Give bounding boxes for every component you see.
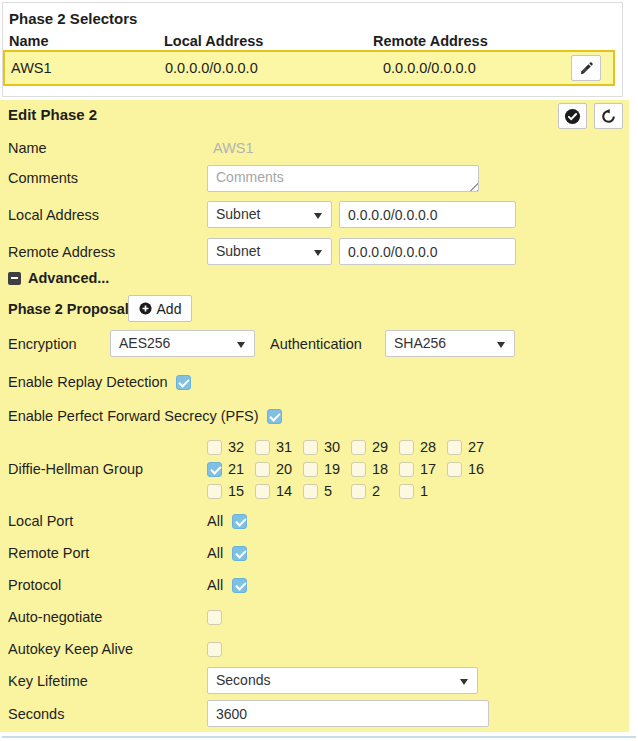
seconds-label: Seconds bbox=[8, 706, 64, 722]
autokey-keep-alive-label: Autokey Keep Alive bbox=[8, 641, 133, 657]
local-address-type-value: Subnet bbox=[216, 206, 260, 222]
edit-panel-title: Edit Phase 2 bbox=[8, 106, 97, 123]
auto-negotiate-checkbox[interactable] bbox=[207, 610, 222, 625]
proposal-label: Phase 2 Proposal bbox=[8, 301, 129, 317]
section-divider bbox=[2, 736, 636, 738]
dh-18-label: 18 bbox=[372, 461, 388, 477]
authentication-label: Authentication bbox=[270, 336, 362, 352]
dh-17-checkbox[interactable] bbox=[399, 462, 414, 477]
remote-port-all-checkbox[interactable] bbox=[232, 546, 247, 561]
dh-27-checkbox[interactable] bbox=[447, 440, 462, 455]
local-address-label: Local Address bbox=[8, 207, 99, 223]
dh-2-label: 2 bbox=[372, 483, 380, 499]
replay-detection-label: Enable Replay Detection bbox=[8, 374, 168, 390]
dh-5-checkbox[interactable] bbox=[303, 484, 318, 499]
pfs-row: Enable Perfect Forward Secrecy (PFS) bbox=[0, 402, 629, 430]
dh-21-checkbox[interactable] bbox=[207, 462, 222, 477]
phase2-selectors-panel: Phase 2 Selectors Name Local Address Rem… bbox=[2, 2, 623, 97]
row-local-address-cell: 0.0.0.0/0.0.0.0 bbox=[165, 52, 258, 84]
protocol-row: Protocol All bbox=[0, 571, 629, 599]
dh-16-checkbox[interactable] bbox=[447, 462, 462, 477]
autokey-keep-alive-checkbox[interactable] bbox=[207, 642, 222, 657]
local-address-row: Local Address Subnet bbox=[0, 201, 629, 229]
remote-address-type-value: Subnet bbox=[216, 243, 260, 259]
dh-group-row: Diffie-Hellman Group 32 31 30 29 28 27 2… bbox=[0, 434, 629, 504]
comments-input[interactable] bbox=[207, 165, 479, 192]
dh-1-checkbox[interactable] bbox=[399, 484, 414, 499]
dh-20-checkbox[interactable] bbox=[255, 462, 270, 477]
local-port-all-label: All bbox=[207, 513, 223, 529]
edit-row-button[interactable] bbox=[571, 55, 601, 81]
key-lifetime-select[interactable]: Seconds bbox=[207, 667, 478, 694]
minus-square-icon bbox=[8, 272, 21, 285]
key-lifetime-row: Key Lifetime Seconds bbox=[0, 667, 629, 695]
dh-group-grid: 32 31 30 29 28 27 21 20 19 18 17 16 15 bbox=[207, 436, 495, 502]
remote-port-row: Remote Port All bbox=[0, 539, 629, 567]
encryption-select[interactable]: AES256 bbox=[110, 330, 255, 357]
dh-31-label: 31 bbox=[276, 439, 292, 455]
name-row: Name AWS1 bbox=[0, 134, 629, 162]
auto-negotiate-label: Auto-negotiate bbox=[8, 609, 102, 625]
revert-button[interactable] bbox=[594, 103, 623, 129]
dh-14-label: 14 bbox=[276, 483, 292, 499]
column-header-remote-address: Remote Address bbox=[373, 33, 488, 49]
dh-28-checkbox[interactable] bbox=[399, 440, 414, 455]
dh-15-label: 15 bbox=[228, 483, 244, 499]
dh-1-label: 1 bbox=[420, 483, 428, 499]
chevron-down-icon bbox=[460, 679, 468, 685]
local-address-type-select[interactable]: Subnet bbox=[207, 201, 332, 228]
add-proposal-button[interactable]: Add bbox=[128, 295, 192, 322]
remote-port-label: Remote Port bbox=[8, 545, 89, 561]
seconds-row: Seconds bbox=[0, 700, 629, 728]
dh-19-checkbox[interactable] bbox=[303, 462, 318, 477]
column-header-name: Name bbox=[9, 33, 49, 49]
confirm-button[interactable] bbox=[558, 103, 587, 129]
dh-16-label: 16 bbox=[468, 461, 484, 477]
dh-30-label: 30 bbox=[324, 439, 340, 455]
dh-30-checkbox[interactable] bbox=[303, 440, 318, 455]
auto-negotiate-row: Auto-negotiate bbox=[0, 603, 629, 631]
authentication-value: SHA256 bbox=[394, 335, 446, 351]
pfs-checkbox[interactable] bbox=[267, 409, 282, 424]
chevron-down-icon bbox=[237, 342, 245, 348]
dh-31-checkbox[interactable] bbox=[255, 440, 270, 455]
dh-29-checkbox[interactable] bbox=[351, 440, 366, 455]
protocol-all-label: All bbox=[207, 577, 223, 593]
encryption-value: AES256 bbox=[119, 335, 170, 351]
local-port-all-checkbox[interactable] bbox=[232, 514, 247, 529]
ipsec-phase2-screen: Phase 2 Selectors Name Local Address Rem… bbox=[0, 0, 638, 741]
dh-21-label: 21 bbox=[228, 461, 244, 477]
replay-detection-checkbox[interactable] bbox=[176, 375, 191, 390]
row-remote-address-cell: 0.0.0.0/0.0.0.0 bbox=[383, 52, 476, 84]
dh-29-label: 29 bbox=[372, 439, 388, 455]
advanced-row: Advanced... bbox=[0, 266, 629, 290]
advanced-toggle[interactable]: Advanced... bbox=[0, 266, 629, 290]
protocol-label: Protocol bbox=[8, 577, 61, 593]
remote-address-type-select[interactable]: Subnet bbox=[207, 238, 332, 265]
column-header-local-address: Local Address bbox=[164, 33, 263, 49]
check-circle-icon bbox=[564, 108, 581, 125]
remote-address-input[interactable] bbox=[339, 238, 516, 265]
dh-28-label: 28 bbox=[420, 439, 436, 455]
local-address-input[interactable] bbox=[339, 201, 516, 228]
dh-14-checkbox[interactable] bbox=[255, 484, 270, 499]
dh-2-checkbox[interactable] bbox=[351, 484, 366, 499]
dh-27-label: 27 bbox=[468, 439, 484, 455]
key-lifetime-label: Key Lifetime bbox=[8, 673, 88, 689]
dh-32-checkbox[interactable] bbox=[207, 440, 222, 455]
dh-5-label: 5 bbox=[324, 483, 332, 499]
proposal-algorithms-row: Encryption AES256 Authentication SHA256 bbox=[0, 330, 629, 358]
chevron-down-icon bbox=[497, 342, 505, 348]
protocol-all-checkbox[interactable] bbox=[232, 578, 247, 593]
chevron-down-icon bbox=[314, 213, 322, 219]
dh-15-checkbox[interactable] bbox=[207, 484, 222, 499]
local-port-row: Local Port All bbox=[0, 507, 629, 535]
seconds-input[interactable] bbox=[207, 700, 489, 727]
local-port-label: Local Port bbox=[8, 513, 73, 529]
authentication-select[interactable]: SHA256 bbox=[385, 330, 515, 357]
undo-icon bbox=[600, 108, 617, 125]
table-row[interactable]: AWS1 0.0.0.0/0.0.0.0 0.0.0.0/0.0.0.0 bbox=[3, 50, 615, 86]
dh-18-checkbox[interactable] bbox=[351, 462, 366, 477]
remote-address-row: Remote Address Subnet bbox=[0, 238, 629, 266]
replay-detection-row: Enable Replay Detection bbox=[0, 368, 629, 396]
